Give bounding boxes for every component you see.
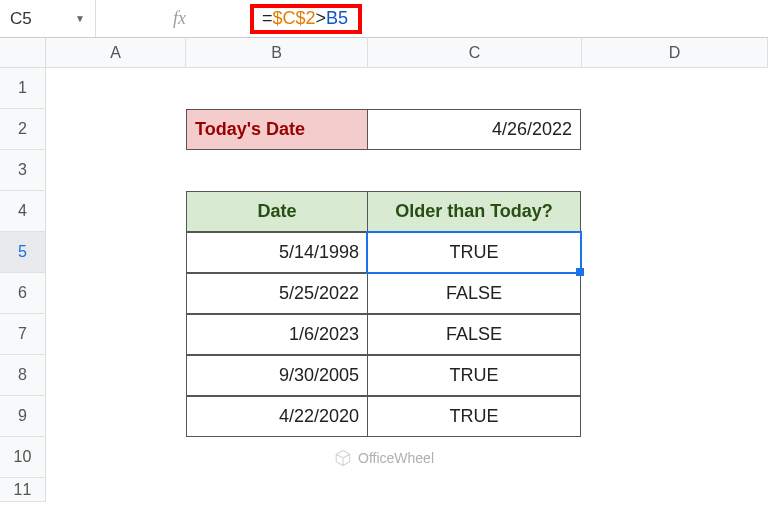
name-box-value: C5	[10, 9, 32, 29]
cell-b9[interactable]: 4/22/2020	[186, 396, 368, 437]
todays-date-label-cell[interactable]: Today's Date	[186, 109, 368, 150]
cell-c5-value: TRUE	[450, 242, 499, 263]
table-header-date[interactable]: Date	[186, 191, 368, 232]
row-header-5[interactable]: 5	[0, 232, 46, 273]
row-header-7[interactable]: 7	[0, 314, 46, 355]
formula-input[interactable]: =$C$2>B5	[262, 8, 348, 29]
watermark: OfficeWheel	[334, 449, 434, 467]
table-header-older-label: Older than Today?	[395, 201, 553, 222]
selection-fill-handle[interactable]	[576, 268, 584, 276]
cell-c6[interactable]: FALSE	[367, 273, 581, 314]
name-box[interactable]: C5 ▼	[0, 0, 96, 37]
row-header-1[interactable]: 1	[0, 68, 46, 109]
col-header-a[interactable]: A	[46, 38, 186, 68]
formula-highlight-box: =$C$2>B5	[250, 4, 362, 34]
cell-b9-value: 4/22/2020	[279, 406, 359, 427]
cell-c8-value: TRUE	[450, 365, 499, 386]
fx-label: fx	[96, 8, 200, 29]
cell-c7-value: FALSE	[446, 324, 502, 345]
watermark-logo-icon	[334, 449, 352, 467]
cell-c8[interactable]: TRUE	[367, 355, 581, 396]
row-header-9[interactable]: 9	[0, 396, 46, 437]
todays-date-value: 4/26/2022	[492, 119, 572, 140]
col-header-c[interactable]: C	[368, 38, 582, 68]
cell-b5[interactable]: 5/14/1998	[186, 232, 368, 273]
cell-c5[interactable]: TRUE	[367, 232, 581, 273]
cell-c6-value: FALSE	[446, 283, 502, 304]
watermark-text: OfficeWheel	[358, 450, 434, 466]
cell-b8[interactable]: 9/30/2005	[186, 355, 368, 396]
select-all-corner[interactable]	[0, 38, 46, 68]
cell-b7-value: 1/6/2023	[289, 324, 359, 345]
formula-token-equals: =	[262, 8, 273, 28]
formula-token-operator: >	[316, 8, 327, 28]
row-header-8[interactable]: 8	[0, 355, 46, 396]
column-headers: A B C D	[46, 38, 768, 68]
cell-c7[interactable]: FALSE	[367, 314, 581, 355]
name-box-dropdown-icon[interactable]: ▼	[75, 13, 85, 24]
row-header-6[interactable]: 6	[0, 273, 46, 314]
table-header-date-label: Date	[257, 201, 296, 222]
row-header-3[interactable]: 3	[0, 150, 46, 191]
cell-b6[interactable]: 5/25/2022	[186, 273, 368, 314]
formula-bar: C5 ▼ fx =$C$2>B5	[0, 0, 768, 38]
todays-date-label: Today's Date	[195, 119, 305, 140]
spreadsheet-grid: 1 2 3 4 5 6 7 8 9 10 11 A B C D Today's …	[0, 38, 768, 505]
row-headers: 1 2 3 4 5 6 7 8 9 10 11	[0, 68, 46, 502]
cell-b8-value: 9/30/2005	[279, 365, 359, 386]
row-header-10[interactable]: 10	[0, 437, 46, 478]
col-header-b[interactable]: B	[186, 38, 368, 68]
table-header-older[interactable]: Older than Today?	[367, 191, 581, 232]
todays-date-value-cell[interactable]: 4/26/2022	[367, 109, 581, 150]
formula-token-ref1: $C$2	[273, 8, 316, 28]
row-header-4[interactable]: 4	[0, 191, 46, 232]
cell-c9-value: TRUE	[450, 406, 499, 427]
cell-b7[interactable]: 1/6/2023	[186, 314, 368, 355]
row-header-11[interactable]: 11	[0, 478, 46, 502]
formula-token-ref2: B5	[326, 8, 348, 28]
cell-b6-value: 5/25/2022	[279, 283, 359, 304]
col-header-d[interactable]: D	[582, 38, 768, 68]
row-header-2[interactable]: 2	[0, 109, 46, 150]
cell-c9[interactable]: TRUE	[367, 396, 581, 437]
cell-b5-value: 5/14/1998	[279, 242, 359, 263]
